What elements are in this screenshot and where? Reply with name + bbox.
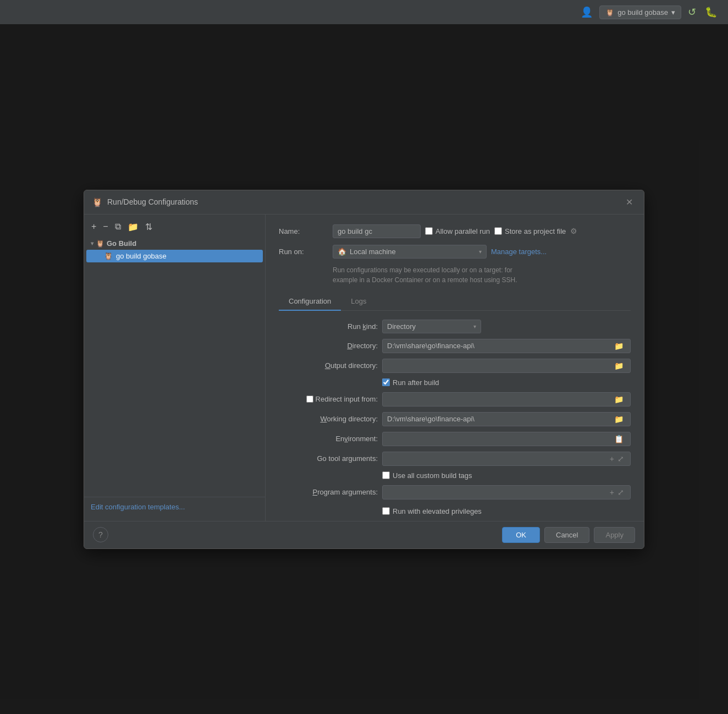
run-config-dropdown[interactable]: 🦉 go build gobase ▾: [599, 6, 681, 19]
run-kind-select-container[interactable]: Directory File Package ▾: [382, 320, 481, 333]
directory-label: Directory:: [279, 342, 378, 350]
program-args-label: Program arguments:: [279, 488, 378, 496]
tree-item-icon: 🦉: [104, 252, 113, 260]
left-footer: Edit configuration templates...: [84, 497, 265, 517]
working-dir-input[interactable]: [387, 415, 612, 423]
tabs-bar: Configuration Logs: [279, 293, 631, 311]
folder-config-button[interactable]: 📁: [125, 220, 141, 234]
user-icon-button[interactable]: 👤: [578, 4, 595, 20]
dialog-footer: ? OK Cancel Apply: [84, 521, 644, 548]
directory-browse-button[interactable]: 📁: [612, 342, 626, 350]
dialog-title-icon: 🦉: [92, 197, 103, 207]
name-input[interactable]: [333, 224, 421, 238]
output-dir-input[interactable]: [387, 361, 612, 370]
output-dir-label: Output directory:: [279, 361, 378, 370]
run-after-build-label[interactable]: Run after build: [393, 378, 439, 387]
store-as-project-checkbox-label[interactable]: Store as project file: [494, 227, 566, 235]
run-on-wrapper: 🏠 Local machine ▾ Manage targets...: [333, 245, 547, 259]
allow-parallel-checkbox-label[interactable]: Allow parallel run: [425, 227, 490, 235]
store-as-project-label: Store as project file: [505, 227, 566, 235]
dialog-titlebar: 🦉 Run/Debug Configurations ✕: [84, 190, 644, 215]
redirect-input-label[interactable]: Redirect input from:: [279, 395, 378, 403]
ok-button[interactable]: OK: [502, 527, 540, 543]
go-build-group-header[interactable]: ▾ 🦉 Go Build: [86, 237, 263, 250]
tab-configuration[interactable]: Configuration: [279, 293, 341, 311]
chevron-down-icon: ▾: [671, 8, 675, 17]
use-custom-build-tags-label[interactable]: Use all custom build tags: [393, 471, 472, 480]
run-kind-row: Run kind: Directory File Package ▾: [279, 320, 631, 333]
go-tool-args-add-button[interactable]: +: [608, 454, 616, 463]
run-kind-select[interactable]: Directory File Package: [387, 322, 470, 331]
redirect-input-label-text: Redirect input from:: [316, 395, 378, 403]
directory-input[interactable]: [387, 342, 612, 350]
close-button[interactable]: ✕: [622, 196, 636, 208]
run-elevated-label[interactable]: Run with elevated privileges: [393, 507, 482, 515]
output-dir-browse-button[interactable]: 📁: [612, 361, 626, 370]
environment-row: Environment: 📋: [279, 432, 631, 446]
name-label: Name:: [279, 227, 328, 235]
redirect-input-browse-button[interactable]: 📁: [612, 395, 626, 404]
add-config-button[interactable]: +: [89, 220, 99, 233]
run-on-chevron-icon: ▾: [479, 249, 482, 255]
run-button[interactable]: ↺: [686, 4, 698, 20]
debug-button[interactable]: 🐛: [703, 4, 719, 20]
run-kind-chevron-icon: ▾: [473, 323, 476, 329]
redirect-input-row: Redirect input from: 📁: [279, 392, 631, 407]
tree-item-label: go build gobase: [116, 252, 167, 260]
redirect-input-field[interactable]: [387, 395, 612, 403]
apply-button[interactable]: Apply: [594, 527, 635, 543]
allow-parallel-checkbox[interactable]: [425, 227, 433, 235]
working-dir-input-container: 📁: [382, 412, 631, 426]
left-panel: + − ⧉ 📁 ⇅ ▾ 🦉 Go Build 🦉 go build gobase: [84, 215, 266, 521]
config-form: Run kind: Directory File Package ▾: [279, 320, 631, 515]
redirect-input-checkbox[interactable]: [306, 396, 313, 403]
use-custom-build-tags-checkbox[interactable]: [382, 471, 390, 479]
directory-row: Directory: 📁: [279, 339, 631, 353]
run-config-label: go build gobase: [617, 8, 668, 17]
run-elevated-row: Run with elevated privileges: [279, 505, 631, 515]
owl-icon: 🦉: [605, 8, 614, 17]
edit-templates-link[interactable]: Edit configuration templates...: [91, 503, 185, 511]
top-bar: 👤 🦉 go build gobase ▾ ↺ 🐛: [0, 0, 728, 24]
go-tool-args-row: Go tool arguments: + ⤢: [279, 452, 631, 466]
output-dir-row: Output directory: 📁: [279, 359, 631, 373]
run-after-build-checkbox[interactable]: [382, 378, 390, 386]
footer-left: ?: [93, 527, 108, 542]
remove-config-button[interactable]: −: [100, 220, 111, 233]
dialog-title: Run/Debug Configurations: [107, 197, 618, 206]
working-dir-browse-button[interactable]: 📁: [612, 415, 626, 424]
go-tool-args-expand-button[interactable]: ⤢: [616, 454, 626, 463]
copy-config-button[interactable]: ⧉: [112, 220, 124, 233]
manage-targets-link[interactable]: Manage targets...: [491, 248, 547, 256]
environment-label: Environment:: [279, 435, 378, 443]
store-as-project-checkbox[interactable]: [494, 227, 502, 235]
go-tool-args-label: Go tool arguments:: [279, 454, 378, 463]
run-on-select-container[interactable]: 🏠 Local machine ▾: [333, 245, 487, 259]
run-elevated-checkbox[interactable]: [382, 507, 390, 515]
help-button[interactable]: ?: [93, 527, 108, 542]
environment-input-container: 📋: [382, 432, 631, 446]
right-scroll-area: Name: Allow parallel run Store as projec…: [266, 215, 644, 521]
environment-edit-button[interactable]: 📋: [612, 435, 626, 443]
tab-logs[interactable]: Logs: [341, 293, 376, 311]
dialog-overlay: 🦉 Run/Debug Configurations ✕ + − ⧉ 📁 ⇅ ▾…: [0, 24, 728, 714]
run-after-build-row: Run after build: [279, 378, 631, 387]
environment-input[interactable]: [387, 435, 612, 443]
left-toolbar: + − ⧉ 📁 ⇅: [84, 219, 265, 237]
sort-config-button[interactable]: ⇅: [142, 220, 155, 234]
go-build-gobase-item[interactable]: 🦉 go build gobase: [86, 250, 263, 262]
program-args-expand-button[interactable]: ⤢: [616, 488, 626, 497]
output-dir-input-container: 📁: [382, 359, 631, 373]
name-row: Name: Allow parallel run Store as projec…: [279, 224, 631, 238]
run-on-label: Run on:: [279, 248, 328, 256]
go-tool-args-input[interactable]: [387, 454, 608, 463]
run-kind-label: Run kind:: [279, 322, 378, 331]
use-custom-build-tags-row: Use all custom build tags: [279, 471, 631, 480]
footer-right: OK Cancel Apply: [502, 527, 635, 543]
config-tree-group: ▾ 🦉 Go Build 🦉 go build gobase: [84, 237, 265, 262]
tree-chevron-icon: ▾: [91, 240, 93, 246]
cancel-button[interactable]: Cancel: [544, 527, 589, 543]
run-on-select[interactable]: Local machine: [350, 248, 476, 256]
program-args-add-button[interactable]: +: [608, 488, 616, 497]
program-args-input[interactable]: [387, 488, 608, 496]
